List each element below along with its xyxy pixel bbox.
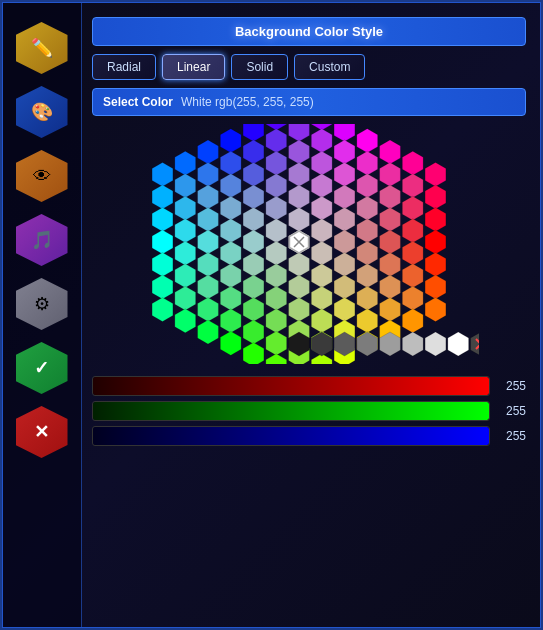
sidebar-cancel-button[interactable]: ✕ — [16, 406, 68, 458]
green-value: 255 — [496, 404, 526, 418]
sidebar-edit-button[interactable]: ✏️ — [16, 22, 68, 74]
select-color-value: White rgb(255, 255, 255) — [181, 95, 314, 109]
sidebar-palette-button[interactable]: 🎨 — [16, 86, 68, 138]
red-value: 255 — [496, 379, 526, 393]
style-linear-button[interactable]: Linear — [162, 54, 225, 80]
red-slider[interactable] — [92, 376, 490, 396]
panel-title: Background Color Style — [92, 17, 526, 46]
color-wheel-canvas[interactable] — [139, 124, 479, 364]
style-custom-button[interactable]: Custom — [294, 54, 365, 80]
select-color-label: Select Color — [103, 95, 173, 109]
blue-slider-row: 255 — [92, 426, 526, 446]
select-color-bar[interactable]: Select Color White rgb(255, 255, 255) — [92, 88, 526, 116]
sliders-area: 255 255 255 — [92, 376, 526, 446]
style-radial-button[interactable]: Radial — [92, 54, 156, 80]
blue-slider[interactable] — [92, 426, 490, 446]
green-slider[interactable] — [92, 401, 490, 421]
content-area: Background Color Style Radial Linear Sol… — [82, 2, 541, 628]
main-container: ✏️ 🎨 👁 🎵 ⚙ ✓ ✕ Background Color Style Ra… — [0, 0, 543, 630]
style-solid-button[interactable]: Solid — [231, 54, 288, 80]
sidebar: ✏️ 🎨 👁 🎵 ⚙ ✓ ✕ — [2, 2, 82, 628]
sidebar-confirm-button[interactable]: ✓ — [16, 342, 68, 394]
sidebar-settings-button[interactable]: ⚙ — [16, 278, 68, 330]
sidebar-music-button[interactable]: 🎵 — [16, 214, 68, 266]
color-wheel-area — [92, 124, 526, 364]
style-buttons-row: Radial Linear Solid Custom — [92, 54, 526, 80]
green-slider-row: 255 — [92, 401, 526, 421]
red-slider-row: 255 — [92, 376, 526, 396]
sidebar-eye-button[interactable]: 👁 — [16, 150, 68, 202]
blue-value: 255 — [496, 429, 526, 443]
